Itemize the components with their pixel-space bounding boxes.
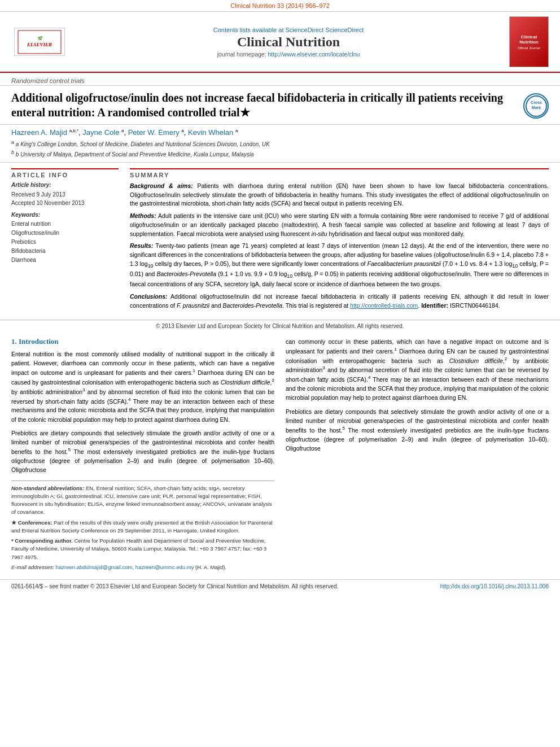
crossmark-logo: Cross Mark xyxy=(523,93,549,119)
intro-heading: 1. Introduction xyxy=(11,337,274,346)
section-title: Introduction xyxy=(19,337,59,346)
svg-text:ELSEVIER: ELSEVIER xyxy=(27,42,52,47)
article-type-label: Randomized control trials xyxy=(0,73,560,86)
intro-paragraph-2: Prebiotics are dietary compounds that se… xyxy=(11,429,274,475)
authors-section: Hazreen A. Majid a,b,*, Jayne Cole a, Pe… xyxy=(0,125,560,163)
intro-text: Enteral nutrition is the most commonly u… xyxy=(11,350,274,475)
conclusions-text: Additional oligofructose/inulin did not … xyxy=(130,293,549,309)
article-info-title: ARTICLE INFO xyxy=(11,168,119,178)
intro-right-text: can commonly occur in these patients, wh… xyxy=(286,337,549,453)
background-paragraph: Background & aims: Patients with diarrho… xyxy=(130,182,549,208)
elsevier-logo-section: 🌿 ELSEVIER xyxy=(11,28,68,56)
main-content: ARTICLE INFO Article history: Received 9… xyxy=(0,163,560,320)
background-label: Background & aims: xyxy=(130,182,193,189)
methods-label: Methods: xyxy=(130,212,156,219)
body-content: 1. Introduction Enteral nutrition is the… xyxy=(0,331,560,579)
trial-link[interactable]: http://controlled-trials.com xyxy=(350,302,418,309)
affil-sup-2: a xyxy=(121,128,124,133)
section-number: 1. xyxy=(11,337,17,346)
keyword-2: Oligofructose/inulin xyxy=(11,229,119,238)
conference-label: ★ Conferences: xyxy=(11,519,52,526)
svg-text:Cross: Cross xyxy=(531,101,542,104)
sciencedirect-link: Contents lists available at ScienceDirec… xyxy=(68,27,509,33)
email-footnote: E-mail addresses: hazreen.abdulmajid@gma… xyxy=(11,563,274,571)
article-dates: Received 9 July 2013 Accepted 10 Novembe… xyxy=(11,190,119,207)
article-title: Additional oligofructose/inulin does not… xyxy=(11,90,523,120)
footer-issn: 0261-5614/$ – see front matter © 2013 El… xyxy=(11,583,338,589)
authors-list: Hazreen A. Majid a,b,*, Jayne Cole a, Pe… xyxy=(11,128,549,137)
homepage-link[interactable]: http://www.elsevier.com/locate/clnu xyxy=(268,51,360,58)
corresponding-label: * Corresponding author. xyxy=(11,538,73,544)
keywords-label: Keywords: xyxy=(11,212,119,218)
email-link-1[interactable]: hazreen.abdulmajid@gmail.com xyxy=(56,564,133,570)
author-jayne: Jayne Cole xyxy=(82,128,119,137)
background-text: Patients with diarrhoea during enteral n… xyxy=(130,182,549,207)
journal-title: Clinical Nutrition xyxy=(68,34,509,50)
homepage-label: journal homepage: xyxy=(217,51,268,58)
journal-header: 🌿 ELSEVIER Contents lists available at S… xyxy=(0,12,560,73)
keywords-list: Enteral nutrition Oligofructose/inulin P… xyxy=(11,220,119,265)
homepage-line: journal homepage: http://www.elsevier.co… xyxy=(68,51,509,58)
conclusions-paragraph: Conclusions: Additional oligofructose/in… xyxy=(130,292,549,311)
intro-right-para: can commonly occur in these patients, wh… xyxy=(286,337,549,403)
conclusions-label: Conclusions: xyxy=(130,293,168,300)
affil-sup-1: a,b,* xyxy=(69,128,78,133)
affil-sup-3: a xyxy=(181,128,183,133)
affiliations: a a King's College London, School of Med… xyxy=(11,139,549,159)
elsevier-logo-box: 🌿 ELSEVIER xyxy=(14,28,65,56)
affil-sup-4: a xyxy=(235,128,238,133)
svg-text:🌿: 🌿 xyxy=(37,36,43,41)
email-link-2[interactable]: hazreen@ummc.edu.my xyxy=(135,564,194,570)
methods-text: Adult patients in the intensive care uni… xyxy=(130,212,549,237)
keyword-4: Bifidobacteria xyxy=(11,247,119,256)
summary-text: Background & aims: Patients with diarrho… xyxy=(130,182,549,311)
svg-text:Mark: Mark xyxy=(531,106,540,110)
sciencedirect-text: Contents lists available at ScienceDirec… xyxy=(213,27,324,33)
journal-thumbnail: Clinical Nutrition Official Journal xyxy=(509,16,549,67)
article-history-label: Article history: xyxy=(11,182,119,188)
article-info-column: ARTICLE INFO Article history: Received 9… xyxy=(11,168,119,314)
summary-section: SUMMARY Background & aims: Patients with… xyxy=(130,168,549,314)
results-label: Results: xyxy=(130,242,153,249)
journal-citation: Clinical Nutrition 33 (2014) 966–972 xyxy=(230,2,330,9)
author-kevin: Kevin Whelan xyxy=(188,128,233,137)
journal-header-center: Contents lists available at ScienceDirec… xyxy=(68,27,509,58)
top-bar: Clinical Nutrition 33 (2014) 966–972 xyxy=(0,0,560,12)
affiliation-2: b b University of Malaya, Department of … xyxy=(11,149,549,159)
footer-doi-link[interactable]: http://dx.doi.org/10.1016/j.clnu.2013.11… xyxy=(440,583,549,589)
body-left-column: 1. Introduction Enteral nutrition is the… xyxy=(11,337,274,574)
footer-bar: 0261-5614/$ – see front matter © 2013 El… xyxy=(0,579,560,593)
corresponding-footnote: * Corresponding author. Centre for Popul… xyxy=(11,537,274,561)
body-right-column: can commonly occur in these patients, wh… xyxy=(286,337,549,574)
affil-text-2: b University of Malaya, Department of So… xyxy=(16,151,254,158)
intro-paragraph-1: Enteral nutrition is the most commonly u… xyxy=(11,350,274,424)
article-title-section: Additional oligofructose/inulin does not… xyxy=(0,86,560,125)
prebiotics-right-para: Prebiotics are dietary compounds that se… xyxy=(286,407,549,453)
summary-title: SUMMARY xyxy=(130,168,549,178)
results-paragraph: Results: Twenty-two patients (mean age 7… xyxy=(130,242,549,289)
affil-text-1: a King's College London, School of Medic… xyxy=(16,142,270,148)
results-text: Twenty-two patients (mean age 71 years) … xyxy=(130,242,549,287)
methods-paragraph: Methods: Adult patients in the intensive… xyxy=(130,212,549,238)
abbrev-label: Non-standard abbreviations: xyxy=(11,485,84,491)
email-label: E-mail addresses: xyxy=(11,564,54,570)
keyword-1: Enteral nutrition xyxy=(11,220,119,229)
email-suffix: (H. A. Majid). xyxy=(195,564,226,570)
keyword-5: Diarrhoea xyxy=(11,256,119,265)
author-hazreen: Hazreen A. Majid xyxy=(11,128,67,137)
conference-footnote: ★ Conferences: Part of the results of th… xyxy=(11,519,274,535)
keyword-3: Prebiotics xyxy=(11,238,119,247)
author-peter: Peter W. Emery xyxy=(128,128,180,137)
received-date: Received 9 July 2013 xyxy=(11,190,119,199)
affiliation-1: a a King's College London, School of Med… xyxy=(11,139,549,148)
footnotes-section: Non-standard abbreviations: EN, Enteral … xyxy=(11,480,274,572)
abbreviations-footnote: Non-standard abbreviations: EN, Enteral … xyxy=(11,484,274,517)
copyright-line: © 2013 Elsevier Ltd and European Society… xyxy=(0,320,560,331)
accepted-date: Accepted 10 November 2013 xyxy=(11,199,119,207)
